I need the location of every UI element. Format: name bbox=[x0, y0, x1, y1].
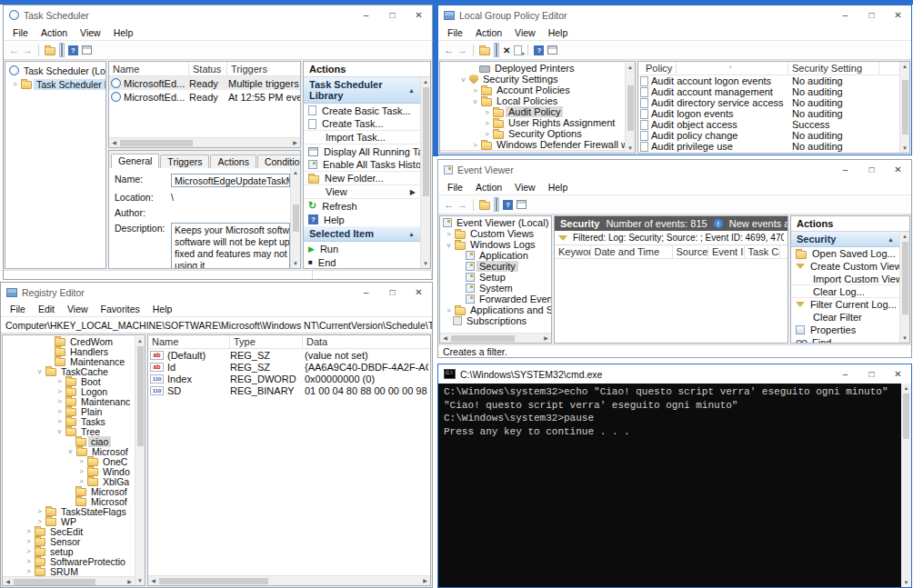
tree-item-microsoft3[interactable]: Microsof bbox=[3, 496, 135, 506]
tree-item-setup[interactable]: Setup bbox=[440, 272, 551, 283]
chevron-icon[interactable]: > bbox=[35, 507, 44, 515]
col-type[interactable]: Type bbox=[230, 335, 303, 348]
tree-item-subscriptions[interactable]: Subscriptions bbox=[440, 315, 551, 326]
vertical-scrollbar[interactable]: ▲▼ bbox=[901, 384, 911, 587]
action-properties[interactable]: Properties bbox=[791, 324, 899, 336]
vertical-scrollbar[interactable]: ▲▼ bbox=[420, 77, 430, 268]
chevron-icon[interactable]: v bbox=[445, 241, 453, 249]
policy-row[interactable]: Audit directory service accessNo auditin… bbox=[638, 97, 899, 108]
chevron-icon[interactable]: > bbox=[77, 457, 85, 465]
policy-row[interactable]: Audit account managementNo auditing bbox=[638, 86, 899, 97]
minimize-button[interactable]: – bbox=[832, 364, 858, 384]
tree-item-softwareprotection[interactable]: >SoftwareProtectio bbox=[3, 556, 135, 566]
task-row[interactable]: MicrosoftEd... Ready At 12:55 PM every d… bbox=[109, 90, 300, 104]
vertical-scrollbar[interactable]: ▲▼ bbox=[899, 62, 909, 153]
selected-item-group-header[interactable]: Selected Item▲ bbox=[304, 226, 420, 242]
delete-icon[interactable]: ✕ bbox=[503, 45, 510, 55]
action-refresh[interactable]: ↻Refresh bbox=[304, 199, 420, 213]
action-clear-filter[interactable]: Clear Filter bbox=[791, 311, 899, 324]
vertical-scrollbar[interactable]: ▲▼ bbox=[899, 232, 909, 343]
show-tree-icon[interactable] bbox=[494, 197, 499, 212]
action-view[interactable]: View▶ bbox=[304, 185, 420, 199]
chevron-icon[interactable]: > bbox=[25, 547, 33, 555]
menu-help[interactable]: Help bbox=[542, 181, 575, 194]
close-button[interactable]: ✕ bbox=[406, 5, 432, 25]
event-list-empty[interactable] bbox=[555, 259, 788, 343]
show-actions-icon[interactable] bbox=[547, 45, 557, 55]
action-help[interactable]: ?Help bbox=[304, 213, 420, 226]
col-name[interactable]: Name bbox=[148, 335, 230, 348]
export-list-icon[interactable] bbox=[514, 45, 522, 55]
console-output[interactable]: C:\Windows\system32>echo "Ciao! questo s… bbox=[438, 384, 901, 587]
tree-item-local-policies[interactable]: vLocal Policies bbox=[440, 95, 625, 106]
chevron-icon[interactable]: > bbox=[25, 527, 33, 535]
policy-row[interactable]: Audit privilege useNo auditing bbox=[638, 141, 899, 152]
actions-group-header[interactable]: Security▲ bbox=[791, 232, 899, 247]
up-folder-icon[interactable] bbox=[479, 47, 490, 55]
tree-item-windows[interactable]: >Windo bbox=[3, 466, 135, 476]
tree-item-apps-services-logs[interactable]: >Applications and Services Lo bbox=[440, 304, 551, 315]
tree-item-tasks[interactable]: >Tasks bbox=[3, 416, 135, 426]
tree-item-plain[interactable]: >Plain bbox=[3, 406, 135, 416]
chevron-icon[interactable]: > bbox=[483, 108, 491, 116]
chevron-icon[interactable]: > bbox=[483, 119, 491, 127]
tree-item-setup[interactable]: >setup bbox=[3, 546, 135, 556]
action-filter-current-log[interactable]: Filter Current Log... bbox=[791, 298, 899, 311]
up-folder-icon[interactable] bbox=[45, 47, 55, 55]
value-row-id[interactable]: abIdREG_SZ{AA6A9C40-DBDF-4A2F-ACE1-DF937… bbox=[148, 361, 430, 373]
menu-help[interactable]: Help bbox=[107, 26, 140, 39]
tree-item-windows-logs[interactable]: vWindows Logs bbox=[440, 239, 551, 250]
tree-item-user-rights[interactable]: >User Rights Assignment bbox=[440, 117, 625, 128]
tree-item-account-policies[interactable]: >Account Policies bbox=[440, 85, 625, 95]
tree-item-security-settings[interactable]: vSecurity Settings bbox=[440, 74, 625, 85]
horizontal-scrollbar[interactable]: ◀▶ bbox=[440, 333, 551, 343]
show-actions-icon[interactable] bbox=[517, 200, 527, 209]
address-bar[interactable]: Computer\HKEY_LOCAL_MACHINE\SOFTWARE\Mic… bbox=[1, 317, 432, 334]
action-end[interactable]: ■End bbox=[304, 255, 420, 269]
col-policy[interactable]: Policy＾ bbox=[638, 62, 788, 75]
action-import-task[interactable]: Import Task... bbox=[304, 131, 420, 145]
col-security-setting[interactable]: Security Setting bbox=[788, 62, 879, 75]
tree-item-maintenance[interactable]: Maintenance bbox=[3, 356, 135, 366]
tree-item-secedit[interactable]: >SecEdit bbox=[3, 526, 135, 536]
col-name[interactable]: Name bbox=[109, 62, 189, 75]
chevron-icon[interactable]: v bbox=[35, 367, 44, 375]
titlebar[interactable]: Registry Editor –□✕ bbox=[1, 283, 432, 302]
chevron-collapsed-icon[interactable]: > bbox=[11, 80, 19, 88]
chevron-icon[interactable]: v bbox=[66, 447, 75, 455]
help-icon[interactable]: ? bbox=[68, 45, 78, 55]
chevron-icon[interactable]: > bbox=[55, 417, 64, 425]
col-status[interactable]: Status bbox=[189, 62, 227, 75]
tree-item-wp[interactable]: >WP bbox=[3, 516, 135, 526]
menu-help[interactable]: Help bbox=[542, 26, 575, 39]
back-icon[interactable]: ← bbox=[9, 45, 19, 55]
col-task-category[interactable]: Task Ca... bbox=[745, 245, 781, 258]
col-date-time[interactable]: Date and Time bbox=[591, 245, 673, 258]
filter-bar[interactable]: Filtered: Log: Security; Source: ; Event… bbox=[555, 231, 788, 245]
action-run[interactable]: ▶Run bbox=[304, 242, 420, 255]
tree-item-srum[interactable]: >SRUM bbox=[3, 566, 135, 576]
tree-item-task-scheduler-local[interactable]: Task Scheduler (Local) bbox=[5, 64, 105, 77]
chevron-icon[interactable]: v bbox=[459, 75, 467, 84]
tree-item-taskcache[interactable]: vTaskCache bbox=[3, 366, 135, 376]
tree-item-ciao[interactable]: ciao bbox=[3, 436, 135, 446]
tree-item-microsoft2[interactable]: Microsof bbox=[3, 486, 135, 496]
name-field[interactable]: MicrosoftEdgeUpdateTaskMachineCore bbox=[171, 174, 290, 187]
forward-icon[interactable]: → bbox=[23, 45, 33, 55]
menu-file[interactable]: File bbox=[441, 181, 469, 194]
close-button[interactable]: ✕ bbox=[885, 5, 911, 25]
maximize-button[interactable]: □ bbox=[858, 364, 885, 384]
action-create-task[interactable]: Create Task... bbox=[304, 117, 420, 131]
action-create-basic-task[interactable]: Create Basic Task... bbox=[304, 104, 420, 117]
menu-action[interactable]: Action bbox=[469, 181, 508, 194]
tree-item-credwom[interactable]: CredWom bbox=[3, 336, 135, 346]
tree-item-boot[interactable]: >Boot bbox=[3, 376, 135, 386]
col-source[interactable]: Source bbox=[673, 245, 709, 258]
chevron-icon[interactable]: > bbox=[445, 230, 453, 238]
horizontal-scrollbar[interactable]: ◀▶ bbox=[109, 137, 300, 147]
minimize-button[interactable]: – bbox=[353, 283, 379, 302]
horizontal-scrollbar[interactable]: ◀▶ bbox=[148, 575, 430, 585]
col-triggers[interactable]: Triggers bbox=[227, 62, 300, 75]
tree-item-microsoft[interactable]: vMicrosof bbox=[3, 446, 135, 456]
col-data[interactable]: Data bbox=[303, 335, 430, 348]
